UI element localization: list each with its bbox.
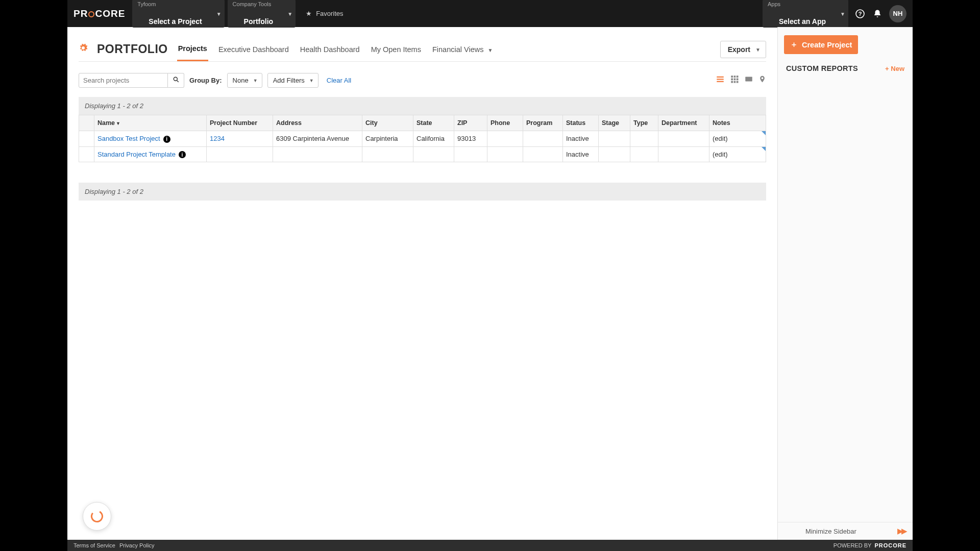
tools-selector[interactable]: Company Tools Portfolio ▼	[228, 0, 296, 28]
col-city[interactable]: City	[362, 115, 413, 131]
sort-asc-icon: ▼	[116, 121, 120, 126]
cell-status: Inactive	[563, 131, 599, 147]
groupby-label: Group By:	[189, 77, 222, 84]
info-icon[interactable]: i	[179, 151, 186, 158]
col-state[interactable]: State	[413, 115, 454, 131]
topbar: PRCORE Tyfoom Select a Project ▼ Company…	[67, 0, 913, 27]
col-address[interactable]: Address	[273, 115, 362, 131]
page-header: PORTFOLIO Projects Executive Dashboard H…	[79, 37, 766, 62]
col-notes[interactable]: Notes	[709, 115, 766, 131]
tab-my-open-items[interactable]: My Open Items	[370, 38, 422, 61]
view-map-icon[interactable]	[758, 74, 766, 86]
view-list-icon[interactable]	[716, 74, 725, 86]
caret-down-icon: ▼	[487, 47, 493, 53]
cell-star[interactable]	[79, 131, 94, 147]
tab-financial-views-label: Financial Views	[432, 45, 483, 54]
svg-rect-8	[734, 76, 736, 78]
powered-by-label: POWERED BY	[834, 542, 872, 548]
create-project-button[interactable]: ＋ Create Project	[784, 35, 858, 54]
col-program[interactable]: Program	[523, 115, 563, 131]
chevron-right-icon: ▶▶	[897, 527, 905, 536]
col-phone[interactable]: Phone	[487, 115, 523, 131]
table-row: Sandbox Test Projecti12346309 Carpinteri…	[79, 131, 766, 147]
footer: Terms of Service Privacy Policy POWERED …	[67, 540, 913, 551]
cell-state: California	[413, 131, 454, 147]
svg-rect-10	[731, 79, 733, 81]
minimize-sidebar[interactable]: Minimize Sidebar ▶▶	[778, 522, 913, 540]
right-sidebar: ＋ Create Project CUSTOM REPORTS + New Mi…	[777, 27, 913, 540]
gear-icon[interactable]	[79, 43, 88, 55]
col-type[interactable]: Type	[630, 115, 658, 131]
cell-city: Carpinteria	[362, 131, 413, 147]
col-status[interactable]: Status	[563, 115, 599, 131]
svg-rect-4	[717, 77, 724, 78]
col-star[interactable]	[79, 115, 94, 131]
tab-health-dashboard[interactable]: Health Dashboard	[299, 38, 361, 61]
cell-program	[523, 131, 563, 147]
apps-selector-main: Select an App	[768, 7, 837, 26]
user-avatar[interactable]: NH	[889, 5, 906, 22]
cell-stage	[599, 146, 630, 162]
clear-all-link[interactable]: Clear All	[327, 77, 351, 84]
col-stage[interactable]: Stage	[599, 115, 630, 131]
bell-icon[interactable]	[871, 7, 884, 20]
col-zip[interactable]: ZIP	[454, 115, 487, 131]
favorites-link[interactable]: ★ Favorites	[306, 10, 343, 17]
tab-financial-views[interactable]: Financial Views ▼	[431, 38, 494, 61]
project-selector[interactable]: Tyfoom Select a Project ▼	[132, 0, 224, 28]
edit-notes-link[interactable]: (edit)	[713, 135, 728, 142]
tools-selector-sup: Company Tools	[233, 2, 285, 7]
caret-down-icon: ▼	[253, 78, 258, 83]
project-link[interactable]: Standard Project Template	[97, 151, 176, 158]
search-button[interactable]	[168, 73, 184, 88]
col-name[interactable]: Name▼	[94, 115, 207, 131]
help-icon[interactable]: ?	[853, 7, 867, 20]
cell-name: Standard Project Templatei	[94, 146, 207, 162]
cell-state	[413, 146, 454, 162]
displaying-top: Displaying 1 - 2 of 2	[79, 97, 766, 115]
tools-selector-main: Portfolio	[233, 7, 285, 26]
svg-rect-11	[734, 79, 736, 81]
cell-program	[523, 146, 563, 162]
cell-zip	[454, 146, 487, 162]
new-report-link[interactable]: + New	[885, 65, 904, 72]
export-button[interactable]: Export ▼	[720, 41, 766, 58]
col-number[interactable]: Project Number	[207, 115, 273, 131]
cell-name: Sandbox Test Projecti	[94, 131, 207, 147]
groupby-value: None	[233, 77, 249, 84]
apps-selector[interactable]: Apps Select an App ▼	[763, 0, 848, 28]
search-input[interactable]	[79, 73, 168, 88]
tab-projects[interactable]: Projects	[177, 37, 208, 61]
caret-down-icon: ▼	[840, 11, 845, 16]
projects-table: Name▼ Project Number Address City State …	[79, 115, 766, 162]
cell-type	[630, 146, 658, 162]
view-grid-icon[interactable]	[730, 74, 739, 86]
groupby-select[interactable]: None ▼	[227, 73, 262, 88]
tos-link[interactable]: Terms of Service	[74, 542, 115, 548]
svg-rect-15	[737, 81, 739, 83]
info-icon[interactable]: i	[163, 136, 170, 143]
table-row: Standard Project TemplateiInactive(edit)	[79, 146, 766, 162]
cell-type	[630, 131, 658, 147]
edit-notes-link[interactable]: (edit)	[713, 151, 728, 158]
caret-down-icon: ▼	[216, 11, 222, 16]
cell-address: 6309 Carpinteria Avenue	[273, 131, 362, 147]
project-link[interactable]: Sandbox Test Project	[97, 135, 160, 142]
project-number-link[interactable]: 1234	[210, 135, 225, 142]
privacy-link[interactable]: Privacy Policy	[119, 542, 154, 548]
procore-logo[interactable]: PRCORE	[74, 8, 125, 19]
cell-department	[658, 131, 709, 147]
svg-text:?: ?	[859, 11, 862, 17]
cell-zip: 93013	[454, 131, 487, 147]
table-header-row: Name▼ Project Number Address City State …	[79, 115, 766, 131]
col-department[interactable]: Department	[658, 115, 709, 131]
cell-star[interactable]	[79, 146, 94, 162]
chat-bubble-icon[interactable]	[83, 502, 111, 531]
cell-stage	[599, 131, 630, 147]
view-card-icon[interactable]	[744, 74, 753, 86]
cell-phone	[487, 146, 523, 162]
tab-exec-dashboard[interactable]: Executive Dashboard	[217, 38, 290, 61]
add-filters-button[interactable]: Add Filters ▼	[267, 73, 318, 88]
minimize-label: Minimize Sidebar	[805, 528, 856, 535]
cell-number	[207, 146, 273, 162]
